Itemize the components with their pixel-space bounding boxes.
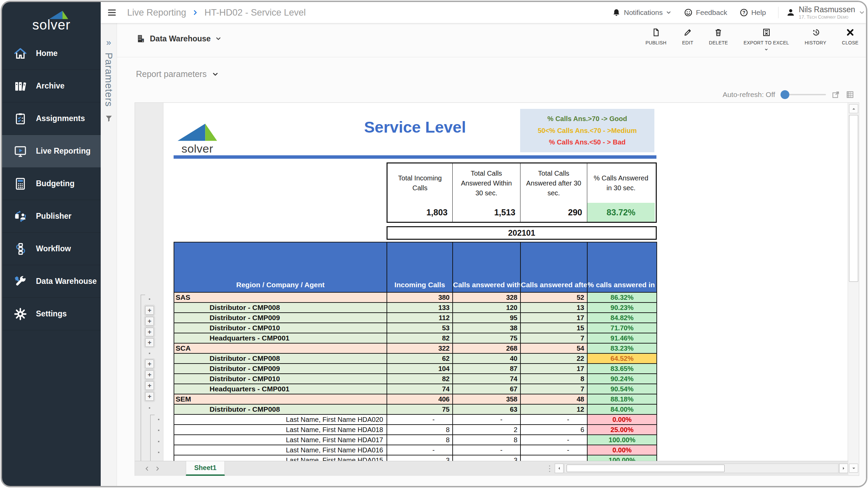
help-button[interactable]: ?Help — [739, 8, 766, 17]
outline-expand-button[interactable]: + — [145, 317, 154, 326]
tab-prev-icon[interactable] — [144, 465, 151, 472]
percent-cell: 88.18% — [587, 394, 657, 404]
value-cell: 8 — [387, 435, 453, 445]
expand-report-icon[interactable] — [831, 90, 840, 99]
sidebar-item-home[interactable]: Home — [2, 37, 101, 70]
sidebar-item-publisher[interactable]: Publisher — [2, 200, 101, 233]
value-cell: 67 — [453, 384, 520, 394]
value-cell: 38 — [453, 323, 520, 333]
row-label: Distributor - CMP009 — [174, 364, 387, 374]
publisher-icon — [14, 210, 27, 223]
table-row: Distributor - CMP00862402264.52% — [174, 353, 657, 364]
table-row: Last Name, First Name HDA01882625.00% — [174, 425, 657, 435]
scroll-down-button[interactable] — [849, 464, 858, 473]
notifications-button[interactable]: Notifications — [612, 8, 672, 17]
hamburger-menu-icon[interactable] — [107, 7, 117, 18]
sidebar-item-label: Publisher — [36, 212, 72, 221]
help-label: Help — [751, 8, 766, 17]
sidebar-item-label: Budgeting — [36, 179, 75, 188]
value-cell: 74 — [453, 374, 520, 384]
outline-expand-button[interactable]: + — [145, 392, 154, 401]
feedback-button[interactable]: Feedback — [684, 8, 727, 17]
value-cell: 112 — [387, 313, 453, 323]
chevron-down-icon — [666, 9, 672, 16]
history-label: HISTORY — [805, 40, 826, 45]
outline-row-dot — [158, 430, 159, 431]
report-parameters-toggle[interactable]: Report parameters — [136, 69, 219, 79]
value-cell — [520, 455, 587, 461]
value-cell: 104 — [387, 364, 453, 374]
outline-expand-button[interactable]: + — [145, 338, 154, 347]
parameters-expand-icon[interactable]: » — [106, 37, 111, 48]
filter-funnel-icon[interactable] — [104, 114, 113, 123]
outline-expand-button[interactable]: + — [145, 381, 154, 390]
report-viewer: ++++++++ solver Service Level % Calls An… — [135, 102, 859, 476]
horizontal-scrollbar[interactable] — [564, 464, 839, 473]
value-cell: 40 — [453, 353, 520, 364]
outline-expand-button[interactable]: + — [145, 328, 154, 336]
horizontal-scroll-thumb[interactable] — [567, 465, 725, 472]
parameters-panel-label[interactable]: Parameters — [103, 53, 114, 107]
value-cell: 74 — [387, 384, 453, 394]
outline-row-dot — [158, 441, 159, 442]
publish-button[interactable]: PUBLISH — [646, 28, 667, 52]
delete-button[interactable]: DELETE — [709, 28, 728, 52]
outline-expand-button[interactable]: + — [145, 359, 154, 368]
vertical-scroll-thumb[interactable] — [849, 115, 858, 282]
vertical-scrollbar[interactable] — [848, 103, 859, 475]
table-row: Distributor - CMP01053381571.70% — [174, 323, 657, 333]
value-cell: 82 — [387, 374, 453, 384]
user-menu[interactable]: Nils Rasmussen 17. Tech Company Demo — [786, 5, 865, 19]
column-header: % calls answered in 30 seconds — [587, 242, 657, 292]
sidebar-item-label: Archive — [36, 81, 64, 91]
scroll-right-button[interactable] — [839, 464, 848, 473]
scroll-left-button[interactable] — [555, 464, 564, 473]
outline-expand-button[interactable]: + — [145, 306, 154, 315]
assignments-icon — [14, 112, 27, 125]
column-header: Region / Company / Agent — [174, 242, 387, 292]
value-cell: 6 — [520, 425, 587, 435]
sidebar-item-budgeting[interactable]: Budgeting — [2, 168, 101, 200]
splitter-handle-icon[interactable] — [548, 464, 551, 473]
breadcrumb-section[interactable]: Live Reporting — [127, 7, 186, 18]
edit-button[interactable]: EDIT — [682, 28, 693, 52]
outline-expand-button[interactable]: + — [145, 370, 154, 379]
sidebar-item-workflow[interactable]: Workflow — [2, 233, 101, 265]
sidebar-item-data-warehouse[interactable]: Data Warehouse — [2, 265, 101, 298]
value-cell: - — [387, 445, 453, 455]
sidebar-item-live-reporting[interactable]: Live Reporting — [2, 135, 101, 168]
row-label: Last Name, First Name HDA018 — [174, 425, 387, 435]
sidebar-item-settings[interactable]: Settings — [2, 298, 101, 330]
value-cell: 48 — [520, 394, 587, 404]
tab-next-icon[interactable] — [154, 465, 161, 472]
sidebar-item-assignments[interactable]: Assignments — [2, 102, 101, 135]
value-cell: 54 — [520, 343, 587, 353]
value-cell: 53 — [387, 323, 453, 333]
publish-label: PUBLISH — [646, 40, 667, 45]
user-name: Nils Rasmussen — [799, 5, 855, 14]
live-reporting-icon — [14, 144, 27, 158]
percent-cell: 64.52% — [587, 353, 657, 364]
scroll-up-button[interactable] — [849, 104, 858, 113]
data-source-selector[interactable]: Data Warehouse — [136, 34, 222, 43]
column-header: Calls answered after 30 sec. — [520, 242, 587, 292]
sidebar: solver HomeArchiveAssignmentsLive Report… — [2, 2, 101, 486]
close-button[interactable]: CLOSE — [842, 28, 859, 52]
history-button[interactable]: HISTORY — [805, 28, 826, 52]
percent-cell: 86.32% — [587, 292, 657, 302]
table-view-icon[interactable] — [846, 90, 854, 99]
value-cell: - — [453, 414, 520, 425]
percent-cell: 0.00% — [587, 445, 657, 455]
value-cell: 8 — [387, 425, 453, 435]
sheet-tab-sheet1[interactable]: Sheet1 — [186, 461, 225, 476]
sidebar-item-archive[interactable]: Archive — [2, 70, 101, 102]
legend-item: 50<% Calls Ans.<70 - >Medium — [520, 127, 654, 135]
report-logo-text: solver — [176, 142, 218, 155]
summary-header: Total Calls Answered after 30 sec. — [520, 163, 587, 203]
slider-knob[interactable] — [781, 90, 789, 99]
percent-cell: 90.24% — [587, 374, 657, 384]
chevron-down-icon — [212, 71, 219, 78]
auto-refresh-slider[interactable] — [781, 90, 826, 99]
export-to-excel-button[interactable]: EXPORT TO EXCEL — [744, 28, 789, 52]
topbar-actions: NotificationsFeedback?Help — [612, 8, 778, 17]
